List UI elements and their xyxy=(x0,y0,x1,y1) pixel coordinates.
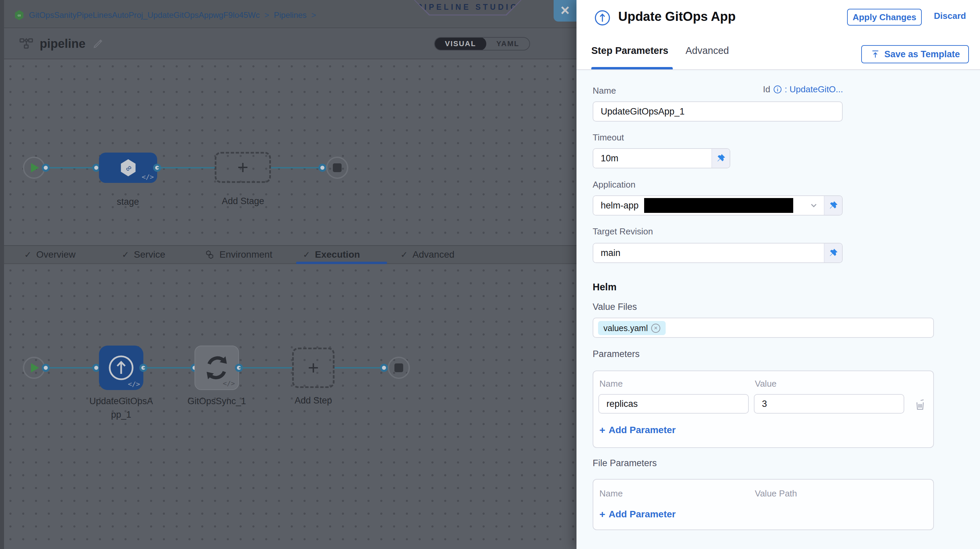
tab-environment[interactable]: Environment xyxy=(205,246,272,263)
app-root: ∞ GitOpsSanityPipeLinesAutoProj_UpdateGi… xyxy=(0,0,980,549)
save-as-template-button[interactable]: Save as Template xyxy=(861,45,969,63)
timeout-field: 10m xyxy=(593,148,730,168)
gitops-sync-step-node[interactable]: </> xyxy=(194,346,239,390)
stage-node[interactable]: ∞ </> xyxy=(99,153,157,183)
upload-template-icon xyxy=(870,49,880,59)
helm-heading: Helm xyxy=(593,282,617,293)
target-revision-pin-button[interactable] xyxy=(824,244,842,262)
add-stage-label: Add Stage xyxy=(222,196,264,206)
timeout-label: Timeout xyxy=(593,132,624,143)
tab-overview[interactable]: ✓ Overview xyxy=(24,246,76,263)
play-icon xyxy=(31,163,39,172)
target-revision-input[interactable]: main xyxy=(593,244,824,262)
tab-execution-label: Execution xyxy=(315,249,360,260)
remove-chip-icon[interactable]: × xyxy=(651,324,660,333)
tab-service[interactable]: ✓ Service xyxy=(122,246,165,263)
add-file-parameter-label: Add Parameter xyxy=(609,509,676,520)
target-revision-field: main xyxy=(593,243,843,263)
toggle-yaml[interactable]: YAML xyxy=(486,37,530,51)
redacted-value xyxy=(644,198,793,213)
param-name-input[interactable] xyxy=(598,394,749,413)
info-icon[interactable] xyxy=(773,85,782,94)
breadcrumb: ∞ GitOpsSanityPipeLinesAutoProj_UpdateGi… xyxy=(14,10,316,21)
value-file-chip-label: values.yaml xyxy=(603,323,648,333)
tab-environment-label: Environment xyxy=(220,249,272,260)
edit-pencil-icon[interactable] xyxy=(92,37,104,50)
drawer-close-button[interactable]: × xyxy=(554,0,576,22)
add-step-button[interactable]: + xyxy=(292,348,334,388)
discard-button[interactable]: Discard xyxy=(934,11,966,21)
delete-row-trash-icon[interactable] xyxy=(914,398,926,411)
tab-advanced-drawer[interactable]: Advanced xyxy=(686,45,729,56)
yaml-code-badge: </> xyxy=(128,380,140,388)
stage-label: stage xyxy=(117,197,139,207)
connector-port xyxy=(318,164,326,172)
stop-icon xyxy=(395,364,403,372)
execution-canvas[interactable]: </> </> + xyxy=(4,264,576,549)
pipeline-title: pipeline xyxy=(40,37,86,51)
svg-text:∞: ∞ xyxy=(18,13,21,18)
stop-icon xyxy=(333,163,342,172)
add-parameter-button[interactable]: + Add Parameter xyxy=(600,425,676,436)
environment-icon xyxy=(205,250,215,260)
update-gitops-app-step-node[interactable]: </> xyxy=(99,346,143,390)
add-file-parameter-button[interactable]: + Add Parameter xyxy=(600,509,676,520)
pipeline-studio-badge: PIPELINE STUDIO xyxy=(414,0,522,16)
plus-icon: + xyxy=(600,509,605,520)
update-gitops-app-icon xyxy=(594,10,611,26)
value-file-chip[interactable]: values.yaml × xyxy=(598,321,666,335)
pin-icon xyxy=(828,200,838,211)
tab-service-label: Service xyxy=(134,249,165,260)
check-icon: ✓ xyxy=(122,250,129,260)
execution-end-node xyxy=(388,357,410,379)
yaml-code-badge: </> xyxy=(142,173,154,181)
breadcrumb-separator: > xyxy=(264,10,269,20)
parameters-label: Parameters xyxy=(593,349,640,359)
yaml-code-badge: </> xyxy=(223,379,235,387)
application-pin-button[interactable] xyxy=(824,196,842,215)
chevron-down-icon[interactable] xyxy=(803,196,824,215)
step-config-drawer: Update GitOps App Apply Changes Discard … xyxy=(576,0,980,549)
add-stage-button[interactable]: + xyxy=(215,152,271,183)
connector-line xyxy=(334,367,384,369)
pipeline-end-node xyxy=(326,156,348,179)
file-parameters-label: File Parameters xyxy=(593,458,657,469)
tab-step-parameters[interactable]: Step Parameters xyxy=(591,45,668,56)
step-label-line2: pp_1 xyxy=(111,410,131,420)
play-icon xyxy=(31,363,39,372)
id-row: Id : UpdateGitO... xyxy=(725,84,843,95)
check-icon: ✓ xyxy=(303,250,310,260)
tab-advanced[interactable]: ✓ Advanced xyxy=(401,246,454,263)
timeout-input[interactable]: 10m xyxy=(593,149,711,168)
add-step-label: Add Step xyxy=(294,396,332,406)
tab-execution[interactable]: ✓ Execution xyxy=(303,246,360,263)
pin-icon xyxy=(716,153,726,163)
tab-advanced-label: Advanced xyxy=(413,249,455,260)
target-revision-label: Target Revision xyxy=(593,226,653,237)
pipeline-studio-region: ∞ GitOpsSanityPipeLinesAutoProj_UpdateGi… xyxy=(0,0,576,549)
breadcrumb-project-link[interactable]: GitOpsSanityPipeLinesAutoProj_UpdateGitO… xyxy=(29,10,260,20)
active-tab-underline xyxy=(296,262,387,264)
drawer-title: Update GitOps App xyxy=(618,10,736,24)
stage-canvas[interactable]: ∞ </> + stage Add Stage xyxy=(4,60,576,244)
add-parameter-label: Add Parameter xyxy=(609,425,676,436)
check-icon: ✓ xyxy=(24,250,32,260)
upload-circle-icon xyxy=(107,353,135,382)
timeout-pin-button[interactable] xyxy=(711,149,730,168)
plus-icon: + xyxy=(600,425,605,436)
breadcrumb-pipelines-link[interactable]: Pipelines xyxy=(274,10,307,20)
drawer-header: Update GitOps App Apply Changes Discard xyxy=(576,0,980,35)
active-tab-underline xyxy=(591,67,673,69)
toggle-visual[interactable]: VISUAL xyxy=(435,37,486,51)
param-value-input[interactable] xyxy=(754,394,904,413)
apply-changes-button[interactable]: Apply Changes xyxy=(847,9,922,26)
id-value-link[interactable]: : UpdateGitO... xyxy=(785,84,843,95)
pipeline-flowchart-icon xyxy=(19,37,33,51)
name-input[interactable] xyxy=(593,101,843,121)
save-as-template-label: Save as Template xyxy=(885,49,960,60)
gitops-stage-icon: ∞ xyxy=(118,158,138,177)
application-select[interactable]: helm-app xyxy=(593,196,803,215)
close-icon: × xyxy=(561,2,570,18)
plus-icon: + xyxy=(237,158,248,177)
parameters-card: Name Value + Add Parameter xyxy=(593,370,934,448)
